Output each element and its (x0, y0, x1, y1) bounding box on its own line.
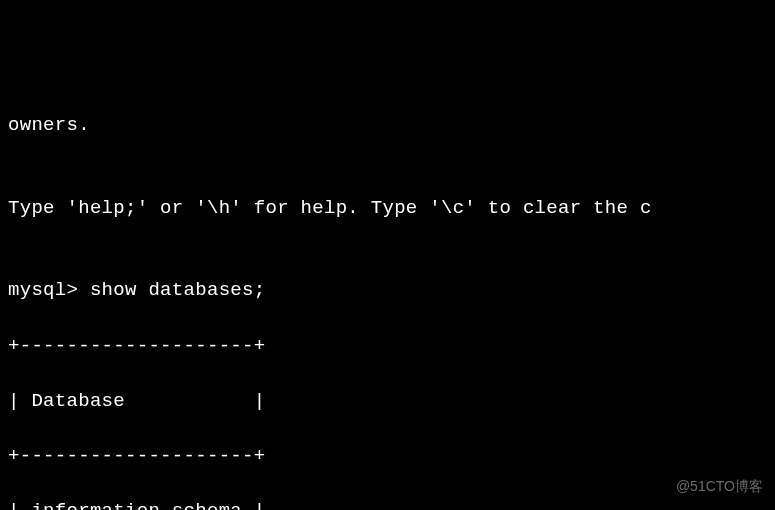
table-border-top: +--------------------+ (8, 333, 767, 361)
table-header: | Database | (8, 388, 767, 416)
table-row: | information_schema | (8, 498, 767, 510)
terminal-line-help: Type 'help;' or '\h' for help. Type '\c'… (8, 195, 767, 223)
watermark: @51CTO博客 (676, 476, 763, 496)
terminal-line-command: mysql> show databases; (8, 277, 767, 305)
terminal-line-owners: owners. (8, 112, 767, 140)
table-border-mid: +--------------------+ (8, 443, 767, 471)
